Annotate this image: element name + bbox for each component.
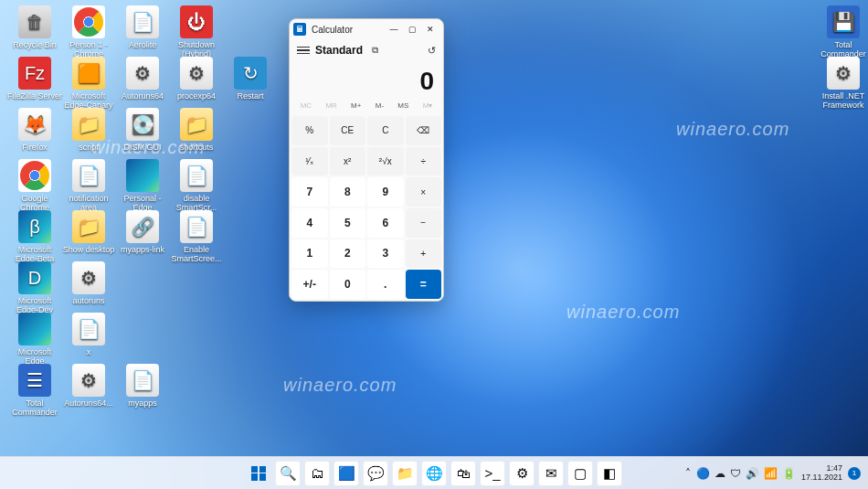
desktop-icon-procexp64[interactable]: ⚙procexp64 — [169, 57, 224, 101]
calculator-titlebar[interactable]: 🖩 Calculator — ▢ ✕ — [290, 19, 443, 39]
key-multiply[interactable]: × — [406, 177, 442, 207]
desktop-icon-person1-chrome[interactable]: Person 1 - Chrome — [61, 5, 116, 58]
close-button[interactable]: ✕ — [421, 21, 439, 37]
desktop-icon-shutdown-hybrid[interactable]: ⏻Shutdown (Hybrid) — [169, 5, 224, 58]
taskbar-file-explorer-button[interactable]: 📁 — [392, 461, 418, 486]
key-percent[interactable]: % — [291, 116, 328, 145]
key-3[interactable]: 3 — [367, 239, 404, 269]
tray-status-icon-5[interactable]: 🔋 — [782, 467, 796, 480]
tray-status-icon-3[interactable]: 🔊 — [746, 467, 759, 480]
desktop-icon-autoruns64[interactable]: ⚙Autoruns64 — [115, 57, 170, 101]
key-8[interactable]: 8 — [330, 177, 366, 207]
taskbar-clock[interactable]: 1:47 17.11.2021 — [801, 464, 842, 483]
taskbar-settings-button[interactable]: ⚙ — [509, 461, 535, 486]
desktop-icon-disable-smartscreen[interactable]: 📄disable SmartScr... — [169, 159, 224, 212]
history-icon[interactable]: ↺ — [428, 45, 436, 57]
desktop-icon-restart[interactable]: ↻Restart — [223, 57, 278, 101]
key-decimal[interactable]: . — [367, 270, 404, 299]
desktop-icon-label: shortcuts — [169, 143, 224, 152]
key-reciprocal[interactable]: ¹⁄ₓ — [291, 147, 328, 176]
desktop-icon-msedge-dev[interactable]: DMicrosoft Edge-Dev — [7, 261, 62, 314]
key-7[interactable]: 7 — [291, 177, 328, 207]
key-1[interactable]: 1 — [291, 239, 328, 269]
desktop-icon-shortcuts[interactable]: 📁shortcuts — [169, 108, 224, 152]
key-plus[interactable]: + — [406, 239, 442, 269]
key-equals[interactable]: = — [406, 270, 442, 299]
key-negate[interactable]: +/- — [291, 270, 328, 299]
key-6[interactable]: 6 — [367, 208, 404, 238]
desktop-icon-label: Total Commander — [7, 399, 62, 417]
taskbar-start-button[interactable] — [246, 461, 271, 486]
desktop-icon-notification-area[interactable]: 📄notification area — [61, 159, 116, 212]
desktop-icon-dism-gui[interactable]: 💽DISM GUI — [115, 108, 170, 152]
key-divide[interactable]: ÷ — [406, 147, 442, 176]
key-5[interactable]: 5 — [330, 208, 366, 238]
tray-status-icon-0[interactable]: 🔵 — [696, 467, 710, 480]
desktop-icon-recycle-bin[interactable]: 🗑Recycle Bin — [7, 5, 62, 49]
desktop-icon-personal-edge[interactable]: Personal - Edge — [115, 159, 170, 212]
desktop-icon-msedge[interactable]: Microsoft Edge — [7, 313, 62, 366]
tray-status-icon-4[interactable]: 📶 — [764, 467, 778, 480]
msedge-beta-icon: β — [18, 210, 51, 243]
maximize-button[interactable]: ▢ — [403, 21, 421, 37]
recycle-bin-icon: 🗑 — [18, 5, 51, 38]
taskbar-chat-button[interactable]: 💬 — [363, 461, 388, 486]
keep-on-top-button[interactable]: ⧉ — [372, 45, 378, 56]
taskbar-center: 🔍🗂🟦💬📁🌐🛍>_⚙✉▢◧ — [246, 461, 622, 486]
taskbar-mail-button[interactable]: ✉ — [538, 461, 564, 486]
key-c[interactable]: C — [367, 116, 404, 145]
total-commander-right-icon: 💾 — [827, 5, 860, 38]
taskbar-extra-button[interactable]: ◧ — [597, 461, 622, 486]
hamburger-menu-icon[interactable] — [297, 47, 310, 55]
desktop-icon-x-shortcut[interactable]: 📄x — [61, 313, 116, 356]
desktop-icon-aerolite[interactable]: 📄Aerolite — [115, 5, 170, 49]
taskbar-widgets-button[interactable]: 🟦 — [333, 461, 359, 486]
key-2[interactable]: 2 — [330, 239, 366, 269]
desktop-icon-label: Microsoft Edge — [7, 347, 62, 366]
key-0[interactable]: 0 — [330, 270, 366, 299]
key-backspace[interactable]: ⌫ — [406, 116, 442, 145]
desktop-icon-firefox[interactable]: 🦊Firefox — [7, 108, 62, 152]
calculator-app-icon: 🖩 — [293, 23, 306, 36]
taskbar-store-button[interactable]: 🛍 — [450, 461, 476, 486]
mem-mplus[interactable]: M+ — [349, 100, 363, 112]
desktop-icon-filezilla-server[interactable]: FzFileZilla Server — [7, 57, 62, 101]
desktop-icon-myapps[interactable]: 📄myapps — [115, 364, 170, 408]
desktop-icon-script[interactable]: 📁script — [61, 108, 116, 152]
mem-ms[interactable]: MS — [396, 100, 410, 112]
tray-status-icon-1[interactable]: ☁ — [715, 467, 725, 480]
desktop-icon-msedge-beta[interactable]: βMicrosoft Edge-Beta — [7, 210, 62, 263]
desktop-icon-msedge-canary[interactable]: 🟧Microsoft Edge-Canary — [61, 57, 116, 110]
desktop-icon-myapps-link[interactable]: 🔗myapps-link — [115, 210, 170, 254]
tray-status-icon-2[interactable]: 🛡 — [730, 467, 741, 480]
desktop-icon-total-commander-left[interactable]: ☰Total Commander — [7, 364, 62, 417]
desktop-icon-total-commander-right[interactable]: 💾Total Commander — [816, 5, 868, 58]
enable-smartscreen-icon: 📄 — [180, 210, 213, 243]
tray-chevron-up-icon[interactable]: ˄ — [685, 467, 691, 480]
desktop-icon-google-chrome[interactable]: Google Chrome — [7, 159, 62, 212]
taskbar-cmd-button[interactable]: ▢ — [567, 461, 593, 486]
myapps-icon: 📄 — [126, 364, 159, 397]
key-ce[interactable]: CE — [330, 116, 366, 145]
key-sqrt[interactable]: ²√x — [367, 147, 404, 176]
desktop-icon-install-net-framework[interactable]: ⚙Install .NET Framework — [816, 57, 868, 110]
taskbar-search-button[interactable]: 🔍 — [275, 461, 301, 486]
desktop-icon-autoruns64-2[interactable]: ⚙Autoruns64... — [61, 364, 116, 408]
key-minus[interactable]: − — [406, 208, 442, 238]
minimize-button[interactable]: — — [385, 21, 403, 37]
desktop-icon-autoruns[interactable]: ⚙autoruns — [61, 261, 116, 305]
desktop-icon-enable-smartscreen[interactable]: 📄Enable SmartScree... — [169, 210, 224, 263]
taskbar-edge-button[interactable]: 🌐 — [421, 461, 447, 486]
key-4[interactable]: 4 — [291, 208, 328, 238]
taskbar-terminal-button[interactable]: >_ — [480, 461, 505, 486]
notifications-button[interactable]: 1 — [848, 467, 861, 480]
x-shortcut-icon: 📄 — [72, 313, 105, 345]
mem-mminus[interactable]: M- — [374, 100, 386, 112]
key-9[interactable]: 9 — [367, 177, 404, 207]
mem-mlist: M▾ — [421, 100, 435, 112]
taskbar-taskview-button[interactable]: 🗂 — [304, 461, 330, 486]
key-square[interactable]: x² — [330, 147, 366, 176]
desktop-icon-label: Microsoft Edge-Dev — [7, 296, 62, 314]
desktop-icon-show-desktop[interactable]: 📁Show desktop — [61, 210, 116, 254]
aerolite-icon: 📄 — [126, 5, 159, 38]
